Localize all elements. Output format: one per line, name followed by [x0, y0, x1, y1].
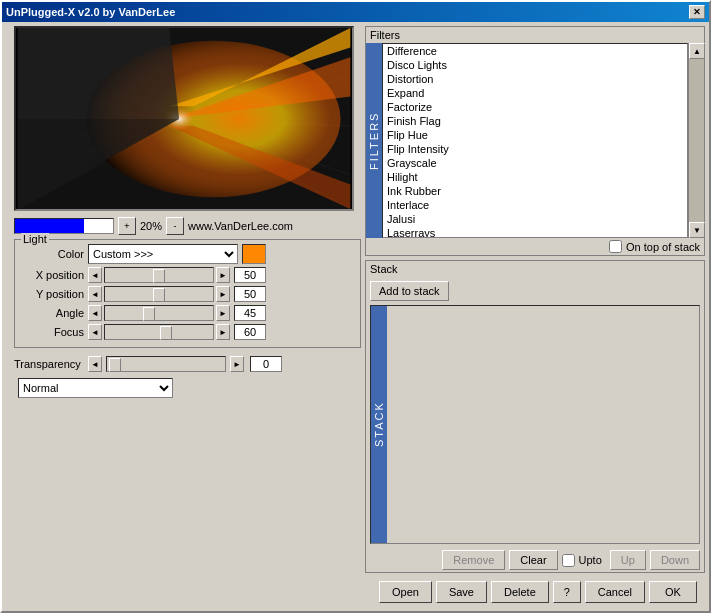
angle-track[interactable] — [104, 305, 214, 321]
stack-items — [387, 306, 699, 543]
close-button[interactable]: ✕ — [689, 5, 705, 19]
angle-label: Angle — [19, 307, 84, 319]
color-label: Color — [19, 248, 84, 260]
focus-slider-container: ◄ ► 60 — [88, 324, 266, 340]
y-position-track[interactable] — [104, 286, 214, 302]
filter-item[interactable]: Difference — [383, 44, 687, 58]
x-position-track[interactable] — [104, 267, 214, 283]
angle-left-arrow[interactable]: ◄ — [88, 305, 102, 321]
color-select[interactable]: Custom >>> — [88, 244, 238, 264]
delete-button[interactable]: Delete — [491, 581, 549, 603]
bottom-buttons: Open Save Delete ? Cancel OK — [365, 577, 705, 607]
on-top-row: On top of stack — [366, 238, 704, 255]
left-panel: + 20% - www.VanDerLee.com Light Color Cu… — [6, 26, 361, 607]
filters-scrollbar[interactable]: ▲ ▼ — [688, 43, 704, 238]
y-position-right-arrow[interactable]: ► — [216, 286, 230, 302]
ok-button[interactable]: OK — [649, 581, 697, 603]
filter-item[interactable]: Expand — [383, 86, 687, 100]
transparency-label: Transparency — [14, 358, 84, 370]
save-button[interactable]: Save — [436, 581, 487, 603]
main-content: + 20% - www.VanDerLee.com Light Color Cu… — [2, 22, 709, 611]
filter-item[interactable]: Disco Lights — [383, 58, 687, 72]
website-label: www.VanDerLee.com — [188, 220, 293, 232]
filter-item[interactable]: Flip Hue — [383, 128, 687, 142]
focus-left-arrow[interactable]: ◄ — [88, 324, 102, 340]
filters-container: FILTERS DifferenceDisco LightsDistortion… — [366, 43, 704, 238]
focus-track[interactable] — [104, 324, 214, 340]
on-top-checkbox[interactable] — [609, 240, 622, 253]
minus-button[interactable]: - — [166, 217, 184, 235]
plus-button[interactable]: + — [118, 217, 136, 235]
filters-scroll-down[interactable]: ▼ — [689, 222, 705, 238]
question-button[interactable]: ? — [553, 581, 581, 603]
stack-label: Stack — [366, 261, 704, 277]
color-swatch[interactable] — [242, 244, 266, 264]
filters-label: Filters — [366, 27, 704, 43]
filter-item[interactable]: Grayscale — [383, 156, 687, 170]
right-panel: Filters FILTERS DifferenceDisco LightsDi… — [365, 26, 705, 607]
preview-box — [14, 26, 354, 211]
x-position-label: X position — [19, 269, 84, 281]
stack-section: Stack Add to stack STACK Remove Clear Up… — [365, 260, 705, 573]
transparency-left-arrow[interactable]: ◄ — [88, 356, 102, 372]
down-button[interactable]: Down — [650, 550, 700, 570]
y-position-value: 50 — [234, 286, 266, 302]
transparency-value: 0 — [250, 356, 282, 372]
focus-thumb[interactable] — [160, 326, 172, 340]
transparency-track[interactable] — [106, 356, 226, 372]
filters-list[interactable]: DifferenceDisco LightsDistortionExpandFa… — [382, 43, 688, 238]
zoom-level: 20% — [140, 220, 162, 232]
filter-item[interactable]: Interlace — [383, 198, 687, 212]
filters-scroll-up[interactable]: ▲ — [689, 43, 705, 59]
main-window: UnPlugged-X v2.0 by VanDerLee ✕ — [0, 0, 711, 613]
filter-item[interactable]: Hilight — [383, 170, 687, 184]
x-position-right-arrow[interactable]: ► — [216, 267, 230, 283]
focus-value: 60 — [234, 324, 266, 340]
x-position-left-arrow[interactable]: ◄ — [88, 267, 102, 283]
open-button[interactable]: Open — [379, 581, 432, 603]
filter-item[interactable]: Laserrays — [383, 226, 687, 238]
progress-bar-row: + 20% - www.VanDerLee.com — [14, 217, 361, 235]
upto-text: Upto — [579, 554, 602, 566]
color-row: Color Custom >>> — [19, 244, 356, 264]
x-position-slider-container: ◄ ► 50 — [88, 267, 266, 283]
up-button[interactable]: Up — [610, 550, 646, 570]
angle-right-arrow[interactable]: ► — [216, 305, 230, 321]
filter-item[interactable]: Flip Intensity — [383, 142, 687, 156]
filters-scroll-track — [689, 59, 704, 222]
angle-slider-container: ◄ ► 45 — [88, 305, 266, 321]
y-position-thumb[interactable] — [153, 288, 165, 302]
on-top-label[interactable]: On top of stack — [609, 240, 700, 253]
stack-buttons: Remove Clear Upto Up Down — [366, 548, 704, 572]
blend-mode-select[interactable]: Normal Multiply Screen Overlay — [18, 378, 173, 398]
transparency-thumb[interactable] — [109, 358, 121, 372]
filter-item[interactable]: Distortion — [383, 72, 687, 86]
title-bar: UnPlugged-X v2.0 by VanDerLee ✕ — [2, 2, 709, 22]
focus-right-arrow[interactable]: ► — [216, 324, 230, 340]
y-position-slider-container: ◄ ► 50 — [88, 286, 266, 302]
filter-item[interactable]: Factorize — [383, 100, 687, 114]
x-position-thumb[interactable] — [153, 269, 165, 283]
angle-thumb[interactable] — [143, 307, 155, 321]
x-position-value: 50 — [234, 267, 266, 283]
filter-item[interactable]: Ink Rubber — [383, 184, 687, 198]
progress-bar-container — [14, 218, 114, 234]
filter-item[interactable]: Finish Flag — [383, 114, 687, 128]
title-bar-buttons: ✕ — [689, 5, 705, 19]
y-position-label: Y position — [19, 288, 84, 300]
filter-item[interactable]: Jalusi — [383, 212, 687, 226]
clear-button[interactable]: Clear — [509, 550, 557, 570]
transparency-right-arrow[interactable]: ► — [230, 356, 244, 372]
upto-checkbox[interactable] — [562, 554, 575, 567]
add-to-stack-button[interactable]: Add to stack — [370, 281, 449, 301]
filters-section: Filters FILTERS DifferenceDisco LightsDi… — [365, 26, 705, 256]
svg-marker-18 — [18, 28, 179, 119]
upto-label: Upto — [562, 550, 602, 570]
y-position-left-arrow[interactable]: ◄ — [88, 286, 102, 302]
y-position-row: Y position ◄ ► 50 — [19, 286, 356, 302]
on-top-text: On top of stack — [626, 241, 700, 253]
cancel-button[interactable]: Cancel — [585, 581, 645, 603]
focus-row: Focus ◄ ► 60 — [19, 324, 356, 340]
light-group-label: Light — [21, 233, 49, 245]
remove-button[interactable]: Remove — [442, 550, 505, 570]
